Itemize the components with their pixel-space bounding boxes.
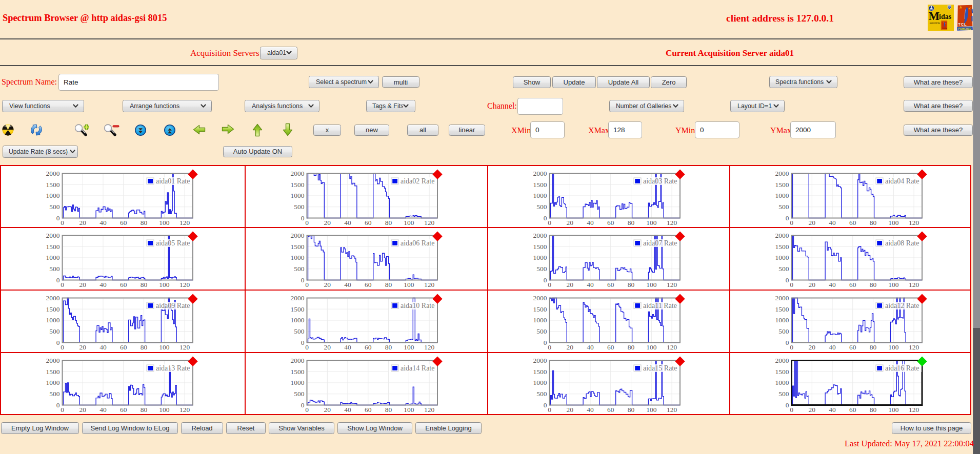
svg-text:1000: 1000 xyxy=(775,379,789,386)
svg-text:100: 100 xyxy=(646,281,657,288)
svg-text:20: 20 xyxy=(324,406,331,414)
svg-text:aida15 Rate: aida15 Rate xyxy=(643,364,677,372)
svg-text:500: 500 xyxy=(536,203,547,211)
svg-text:60: 60 xyxy=(120,281,127,288)
svg-text:20: 20 xyxy=(324,281,331,288)
svg-text:100: 100 xyxy=(888,219,899,226)
svg-text:80: 80 xyxy=(628,406,635,414)
svg-text:0: 0 xyxy=(786,401,789,409)
svg-text:2000: 2000 xyxy=(775,294,789,302)
svg-text:2000: 2000 xyxy=(46,357,60,364)
svg-text:100: 100 xyxy=(646,406,657,414)
svg-text:60: 60 xyxy=(849,219,856,226)
svg-text:60: 60 xyxy=(849,343,856,351)
svg-text:40: 40 xyxy=(99,219,107,226)
svg-text:1500: 1500 xyxy=(46,243,60,251)
svg-text:1000: 1000 xyxy=(533,379,547,386)
svg-text:0: 0 xyxy=(786,339,789,346)
svg-text:500: 500 xyxy=(294,265,305,273)
svg-text:0: 0 xyxy=(790,406,793,414)
svg-text:60: 60 xyxy=(365,406,372,414)
svg-text:aida05 Rate: aida05 Rate xyxy=(156,239,190,247)
svg-text:100: 100 xyxy=(888,343,899,351)
svg-text:500: 500 xyxy=(536,390,547,398)
svg-text:aida02 Rate: aida02 Rate xyxy=(401,177,434,185)
svg-text:20: 20 xyxy=(809,281,816,288)
svg-text:1000: 1000 xyxy=(291,192,305,199)
svg-text:aida09 Rate: aida09 Rate xyxy=(156,302,190,309)
svg-text:0: 0 xyxy=(790,219,793,226)
svg-text:20: 20 xyxy=(324,343,331,351)
svg-text:aida01 Rate: aida01 Rate xyxy=(156,177,190,185)
svg-text:120: 120 xyxy=(667,219,677,226)
svg-text:40: 40 xyxy=(99,343,107,351)
svg-text:500: 500 xyxy=(49,265,60,273)
svg-text:aida03 Rate: aida03 Rate xyxy=(643,177,677,185)
svg-text:1500: 1500 xyxy=(775,368,789,376)
svg-text:60: 60 xyxy=(849,406,856,414)
svg-text:0: 0 xyxy=(544,401,547,409)
svg-text:500: 500 xyxy=(49,390,60,398)
svg-text:0: 0 xyxy=(61,343,64,351)
svg-text:500: 500 xyxy=(294,390,305,398)
svg-text:120: 120 xyxy=(667,281,677,288)
svg-text:120: 120 xyxy=(667,406,677,414)
svg-text:80: 80 xyxy=(141,219,148,226)
svg-text:40: 40 xyxy=(829,406,836,414)
svg-text:0: 0 xyxy=(301,276,305,284)
svg-text:1500: 1500 xyxy=(46,368,60,376)
svg-text:1000: 1000 xyxy=(46,192,60,199)
svg-text:20: 20 xyxy=(79,406,87,414)
svg-text:80: 80 xyxy=(870,281,877,288)
svg-text:1500: 1500 xyxy=(533,243,547,251)
svg-text:1000: 1000 xyxy=(533,316,547,324)
svg-text:60: 60 xyxy=(607,406,614,414)
svg-text:40: 40 xyxy=(344,406,351,414)
svg-text:TCL: TCL xyxy=(958,22,967,27)
svg-text:0: 0 xyxy=(61,281,64,288)
svg-text:aida08 Rate: aida08 Rate xyxy=(885,239,919,247)
svg-text:100: 100 xyxy=(159,219,170,226)
svg-text:1000: 1000 xyxy=(46,254,60,261)
svg-text:20: 20 xyxy=(809,406,816,414)
svg-text:TCL/TK: TCL/TK xyxy=(942,28,947,30)
svg-text:40: 40 xyxy=(99,281,107,288)
svg-text:80: 80 xyxy=(385,219,392,226)
svg-text:0: 0 xyxy=(544,276,547,284)
svg-text:2000: 2000 xyxy=(291,170,305,177)
svg-text:100: 100 xyxy=(646,343,657,351)
svg-text:aida04 Rate: aida04 Rate xyxy=(885,177,919,185)
svg-text:500: 500 xyxy=(778,390,789,398)
svg-text:1000: 1000 xyxy=(291,254,305,261)
svg-text:1000: 1000 xyxy=(775,316,789,324)
svg-text:1000: 1000 xyxy=(533,254,547,261)
svg-text:120: 120 xyxy=(424,343,435,351)
svg-text:100: 100 xyxy=(646,219,657,226)
svg-text:0: 0 xyxy=(301,401,305,409)
svg-text:500: 500 xyxy=(294,327,305,335)
svg-text:aida11 Rate: aida11 Rate xyxy=(643,302,677,309)
svg-text:1000: 1000 xyxy=(46,379,60,386)
svg-text:0: 0 xyxy=(544,214,547,222)
svg-text:0: 0 xyxy=(544,339,547,346)
svg-text:500: 500 xyxy=(294,203,305,211)
svg-text:100: 100 xyxy=(404,343,414,351)
svg-text:2000: 2000 xyxy=(533,294,547,302)
svg-text:1000: 1000 xyxy=(533,192,547,199)
svg-text:aida12 Rate: aida12 Rate xyxy=(885,302,919,309)
svg-text:100: 100 xyxy=(888,281,899,288)
svg-text:120: 120 xyxy=(909,281,919,288)
svg-text:20: 20 xyxy=(567,219,574,226)
svg-text:60: 60 xyxy=(365,343,372,351)
svg-text:0: 0 xyxy=(61,219,64,226)
svg-text:0: 0 xyxy=(548,281,551,288)
svg-text:0: 0 xyxy=(305,281,309,288)
svg-text:20: 20 xyxy=(79,219,87,226)
svg-text:0: 0 xyxy=(790,343,793,351)
svg-text:0: 0 xyxy=(56,401,60,409)
svg-text:aida07 Rate: aida07 Rate xyxy=(643,239,677,247)
svg-text:40: 40 xyxy=(829,343,836,351)
svg-text:80: 80 xyxy=(870,219,877,226)
svg-text:80: 80 xyxy=(870,406,877,414)
svg-text:80: 80 xyxy=(141,281,148,288)
